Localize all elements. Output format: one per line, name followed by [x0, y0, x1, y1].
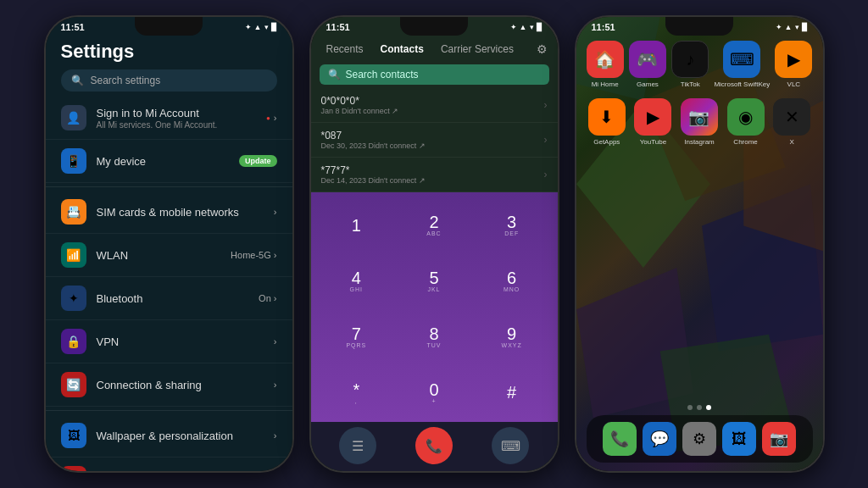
gear-icon[interactable]: ⚙ — [537, 42, 548, 56]
app-chrome[interactable]: ◉ Chrome — [725, 98, 766, 146]
dot-1 — [687, 405, 693, 410]
dial-key-1[interactable]: 1 — [320, 199, 394, 252]
settings-item-bluetooth[interactable]: ✦ Bluetooth On › — [46, 277, 292, 320]
signal-icon-2: ▲ — [520, 23, 527, 31]
settings-item-lockscreen[interactable]: 🔐 Always-on display & Lock screen › — [46, 458, 292, 471]
dial-key-2[interactable]: 2ABC — [397, 199, 471, 252]
wallpaper-text: Wallpaper & personalization — [97, 430, 274, 442]
battery-icon: ▉ — [271, 23, 277, 31]
call-info-2: *087 Dec 30, 2023 Didn't connect ↗ — [321, 130, 544, 150]
games-icon: 🎮 — [629, 41, 666, 78]
status-icons-3: ✦ ▲ ▾ ▉ — [776, 23, 808, 31]
device-text: My device — [97, 155, 239, 168]
dialer-screen: 11:51 ✦ ▲ ▾ ▉ Recents Contacts Carrier S… — [311, 17, 558, 471]
tiktok-label: TikTok — [681, 80, 700, 88]
account-right: ● › — [266, 113, 277, 123]
dock-gallery[interactable]: 🖼 — [722, 422, 756, 456]
tab-recents[interactable]: Recents — [321, 41, 369, 58]
settings-item-wlan[interactable]: 📶 WLAN Home-5G › — [46, 234, 292, 277]
divider-1 — [46, 186, 292, 187]
settings-item-vpn[interactable]: 🔒 VPN › — [46, 320, 292, 363]
app-getapps[interactable]: ⬇ GetApps — [587, 98, 628, 146]
search-icon: 🔍 — [71, 75, 84, 86]
vpn-text: VPN — [97, 336, 274, 348]
dial-key-hash[interactable]: # — [475, 366, 549, 419]
mihome-label: Mi Home — [592, 80, 619, 88]
dial-key-star[interactable]: *, — [320, 366, 394, 419]
contacts-search-icon: 🔍 — [328, 69, 341, 80]
settings-item-device[interactable]: 📱 My device Update — [46, 140, 292, 183]
call-meta-1: Jan 8 Didn't connect ↗ — [321, 107, 544, 115]
tab-carrier[interactable]: Carrier Services — [436, 41, 519, 58]
call-item-2[interactable]: *087 Dec 30, 2023 Didn't connect ↗ › — [311, 123, 558, 158]
app-instagram[interactable]: 📷 Instagram — [679, 98, 721, 146]
device-icon: 📱 — [61, 148, 86, 174]
wlan-title: WLAN — [97, 249, 231, 262]
tiktok-icon: ♪ — [671, 41, 709, 78]
settings-header: Settings 🔍 Search settings — [46, 34, 292, 97]
bluetooth-text: Bluetooth — [97, 292, 259, 305]
dot-2 — [697, 405, 702, 410]
settings-item-account[interactable]: 👤 Sign in to Mi Account All Mi services.… — [46, 97, 292, 140]
dial-key-5[interactable]: 5JKL — [397, 255, 471, 308]
phone-home: 11:51 ✦ ▲ ▾ ▉ 🏠 Mi Home 🎮 Games ♪ TikTok — [575, 15, 825, 473]
dial-key-7[interactable]: 7PQRS — [320, 311, 394, 363]
bluetooth-status-icon: ✦ — [245, 23, 252, 31]
signal-icon: ▲ — [254, 23, 262, 31]
device-title: My device — [97, 155, 239, 168]
dock-settings[interactable]: ⚙ — [682, 422, 716, 456]
dial-key-9[interactable]: 9WXYZ — [475, 311, 549, 363]
wifi-icon: ▾ — [264, 23, 269, 31]
call-arrow-1: › — [544, 99, 548, 111]
call-button[interactable]: 📞 — [415, 427, 453, 464]
app-youtube[interactable]: ▶ YouTube — [632, 98, 674, 146]
device-right: Update — [239, 155, 277, 167]
search-placeholder: Search settings — [91, 75, 161, 86]
youtube-icon: ▶ — [634, 98, 671, 136]
settings-item-connection[interactable]: 🔄 Connection & sharing › — [46, 363, 292, 407]
divider-2 — [46, 410, 292, 411]
dial-key-4[interactable]: 4GHI — [320, 255, 394, 308]
dial-key-8[interactable]: 8TUV — [397, 311, 471, 363]
status-icons-1: ✦ ▲ ▾ ▉ — [245, 23, 277, 31]
menu-button[interactable]: ☰ — [339, 427, 376, 464]
call-number-2: *087 — [321, 130, 544, 141]
swiftkey-label: Microsoft SwiftKey — [714, 80, 770, 88]
contacts-search[interactable]: 🔍 Search contacts — [320, 64, 549, 85]
connection-text: Connection & sharing — [97, 379, 274, 391]
app-swiftkey[interactable]: ⌨ Microsoft SwiftKey — [714, 41, 770, 88]
vpn-right: › — [274, 336, 277, 347]
swiftkey-icon: ⌨ — [723, 41, 760, 78]
app-mihome[interactable]: 🏠 Mi Home — [587, 41, 624, 88]
app-vlc[interactable]: ▶ VLC — [775, 41, 812, 88]
wifi-icon-3: ▾ — [795, 23, 799, 31]
app-grid-row1: 🏠 Mi Home 🎮 Games ♪ TikTok ⌨ Microsoft S… — [576, 34, 823, 95]
call-number-3: *77*7* — [321, 164, 544, 176]
search-bar[interactable]: 🔍 Search settings — [61, 69, 277, 92]
settings-screen: 11:51 ✦ ▲ ▾ ▉ Settings 🔍 Search settings… — [46, 17, 292, 471]
getapps-label: GetApps — [593, 138, 620, 146]
account-title: Sign in to Mi Account — [97, 107, 266, 119]
app-x[interactable]: ✕ X — [771, 98, 813, 146]
sim-text: SIM cards & mobile networks — [97, 206, 274, 219]
wallpaper-title: Wallpaper & personalization — [97, 430, 274, 442]
update-badge: Update — [239, 155, 277, 167]
settings-item-wallpaper[interactable]: 🖼 Wallpaper & personalization › — [46, 414, 292, 458]
app-games[interactable]: 🎮 Games — [629, 41, 666, 88]
contacts-search-placeholder: Search contacts — [346, 69, 419, 80]
tab-contacts[interactable]: Contacts — [376, 41, 429, 58]
phone-settings: 11:51 ✦ ▲ ▾ ▉ Settings 🔍 Search settings… — [44, 15, 294, 473]
dial-key-6[interactable]: 6MNO — [475, 255, 549, 308]
call-number-1: 0*0*0*0* — [321, 95, 544, 107]
dock-messages[interactable]: 💬 — [643, 422, 676, 456]
call-item-1[interactable]: 0*0*0*0* Jan 8 Didn't connect ↗ › — [311, 88, 558, 123]
call-arrow-3: › — [544, 169, 548, 180]
dock-camera[interactable]: 📷 — [762, 422, 796, 456]
keypad-button[interactable]: ⌨ — [492, 427, 529, 464]
dock-phone[interactable]: 📞 — [603, 422, 637, 456]
call-item-3[interactable]: *77*7* Dec 14, 2023 Didn't connect ↗ › — [311, 158, 558, 192]
app-tiktok[interactable]: ♪ TikTok — [671, 41, 709, 88]
dial-key-3[interactable]: 3DEF — [475, 199, 549, 252]
settings-item-sim[interactable]: 📇 SIM cards & mobile networks › — [46, 191, 292, 234]
dial-key-0[interactable]: 0+ — [397, 366, 471, 419]
